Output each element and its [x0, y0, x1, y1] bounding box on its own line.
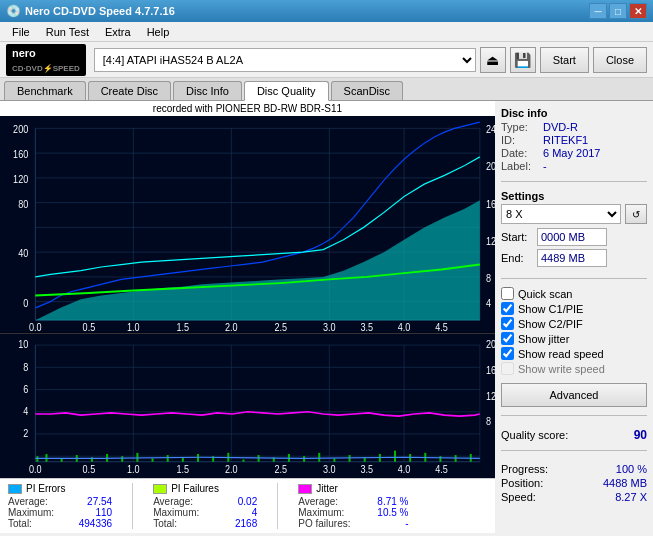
menu-extra[interactable]: Extra	[97, 24, 139, 40]
speed-selector[interactable]: 8 X	[501, 204, 621, 224]
svg-rect-86	[242, 459, 244, 461]
svg-text:6: 6	[23, 383, 28, 395]
svg-text:20: 20	[486, 161, 495, 173]
start-button[interactable]: Start	[540, 47, 589, 73]
charts-container: 200 160 120 80 40 0 24 20 16 12 8 4 0.0 …	[0, 116, 495, 478]
date-value: 6 May 2017	[543, 147, 600, 159]
svg-text:0.5: 0.5	[83, 463, 96, 475]
svg-text:2.5: 2.5	[275, 321, 288, 332]
jitter-max-label: Maximum:	[298, 507, 344, 518]
type-label: Type:	[501, 121, 539, 133]
pi-errors-avg-value: 27.54	[62, 496, 112, 507]
svg-text:2.0: 2.0	[225, 321, 238, 332]
pi-failures-avg-value: 0.02	[207, 496, 257, 507]
progress-label: Progress:	[501, 463, 548, 475]
svg-text:3.5: 3.5	[360, 321, 373, 332]
maximize-button[interactable]: □	[609, 3, 627, 19]
pi-errors-color	[8, 484, 22, 494]
bottom-chart-svg: 10 8 6 4 2 20 16 12 8 0.0 0.5 1.0 1.5 2.…	[0, 334, 495, 478]
pi-failures-total-label: Total:	[153, 518, 177, 529]
show-jitter-checkbox[interactable]	[501, 332, 514, 345]
jitter-color	[298, 484, 312, 494]
position-row: Position: 4488 MB	[501, 477, 647, 489]
show-write-speed-checkbox	[501, 362, 514, 375]
save-button[interactable]: 💾	[510, 47, 536, 73]
svg-text:3.5: 3.5	[360, 463, 373, 475]
svg-text:4: 4	[23, 405, 29, 417]
jitter-title: Jitter	[316, 483, 338, 494]
drive-selector[interactable]: [4:4] ATAPI iHAS524 B AL2A	[94, 48, 476, 72]
jitter-avg-label: Average:	[298, 496, 338, 507]
pi-errors-total-label: Total:	[8, 518, 32, 529]
svg-text:4.0: 4.0	[398, 463, 411, 475]
speed-row: 8 X ↺	[501, 204, 647, 224]
svg-rect-78	[121, 456, 123, 462]
speed-label: Speed:	[501, 491, 536, 503]
end-label: End:	[501, 252, 533, 264]
app-icon: 💿	[6, 4, 21, 18]
quick-scan-checkbox[interactable]	[501, 287, 514, 300]
tab-disc-info[interactable]: Disc Info	[173, 81, 242, 100]
show-c1-checkbox[interactable]	[501, 302, 514, 315]
menu-help[interactable]: Help	[139, 24, 178, 40]
menu-run-test[interactable]: Run Test	[38, 24, 97, 40]
svg-rect-91	[318, 452, 320, 461]
pi-errors-max-label: Maximum:	[8, 507, 54, 518]
position-label: Position:	[501, 477, 543, 489]
show-c2-label: Show C2/PIF	[518, 318, 583, 330]
settings-title: Settings	[501, 190, 647, 202]
svg-text:3.0: 3.0	[323, 463, 336, 475]
svg-text:16: 16	[486, 198, 495, 210]
quick-scan-label: Quick scan	[518, 288, 572, 300]
show-c2-row: Show C2/PIF	[501, 317, 647, 330]
divider-2	[501, 278, 647, 279]
pi-failures-title: PI Failures	[171, 483, 219, 494]
svg-text:4.5: 4.5	[435, 463, 448, 475]
pi-errors-max-value: 110	[62, 507, 112, 518]
position-value: 4488 MB	[603, 477, 647, 489]
show-c2-checkbox[interactable]	[501, 317, 514, 330]
svg-rect-81	[167, 455, 169, 462]
tab-create-disc[interactable]: Create Disc	[88, 81, 171, 100]
menu-file[interactable]: File	[4, 24, 38, 40]
chart-section: recorded with PIONEER BD-RW BDR-S11	[0, 101, 495, 533]
pi-errors-title: PI Errors	[26, 483, 65, 494]
advanced-button[interactable]: Advanced	[501, 383, 647, 407]
main-content: recorded with PIONEER BD-RW BDR-S11	[0, 101, 653, 533]
show-read-speed-label: Show read speed	[518, 348, 604, 360]
pi-failures-legend: PI Failures Average: 0.02 Maximum: 4 Tot…	[153, 483, 257, 529]
eject-button[interactable]: ⏏	[480, 47, 506, 73]
svg-text:80: 80	[18, 198, 28, 210]
window-controls: ─ □ ✕	[589, 3, 647, 19]
start-input[interactable]	[537, 228, 607, 246]
svg-text:12: 12	[486, 235, 495, 247]
end-input[interactable]	[537, 249, 607, 267]
top-chart-svg: 200 160 120 80 40 0 24 20 16 12 8 4 0.0 …	[0, 116, 495, 333]
svg-text:24: 24	[486, 123, 495, 135]
close-button[interactable]: Close	[593, 47, 647, 73]
start-field-row: Start:	[501, 228, 647, 246]
pi-failures-avg-label: Average:	[153, 496, 193, 507]
refresh-button[interactable]: ↺	[625, 204, 647, 224]
show-read-speed-row: Show read speed	[501, 347, 647, 360]
close-button[interactable]: ✕	[629, 3, 647, 19]
svg-text:12: 12	[486, 390, 495, 402]
svg-rect-99	[439, 456, 441, 462]
minimize-button[interactable]: ─	[589, 3, 607, 19]
tab-disc-quality[interactable]: Disc Quality	[244, 81, 329, 101]
title-bar: 💿 Nero CD-DVD Speed 4.7.7.16 ─ □ ✕	[0, 0, 653, 22]
pi-errors-total-value: 494336	[62, 518, 112, 529]
svg-rect-90	[303, 456, 305, 462]
date-label: Date:	[501, 147, 539, 159]
chart-title: recorded with PIONEER BD-RW BDR-S11	[0, 101, 495, 116]
quality-score-label: Quality score:	[501, 429, 568, 441]
jitter-legend: Jitter Average: 8.71 % Maximum: 10.5 % P…	[298, 483, 408, 529]
pi-failures-total-value: 2168	[207, 518, 257, 529]
tab-scandisc[interactable]: ScanDisc	[331, 81, 403, 100]
progress-value: 100 %	[616, 463, 647, 475]
label-value: -	[543, 160, 547, 172]
tab-benchmark[interactable]: Benchmark	[4, 81, 86, 100]
show-read-speed-checkbox[interactable]	[501, 347, 514, 360]
show-jitter-row: Show jitter	[501, 332, 647, 345]
svg-text:40: 40	[18, 247, 28, 259]
